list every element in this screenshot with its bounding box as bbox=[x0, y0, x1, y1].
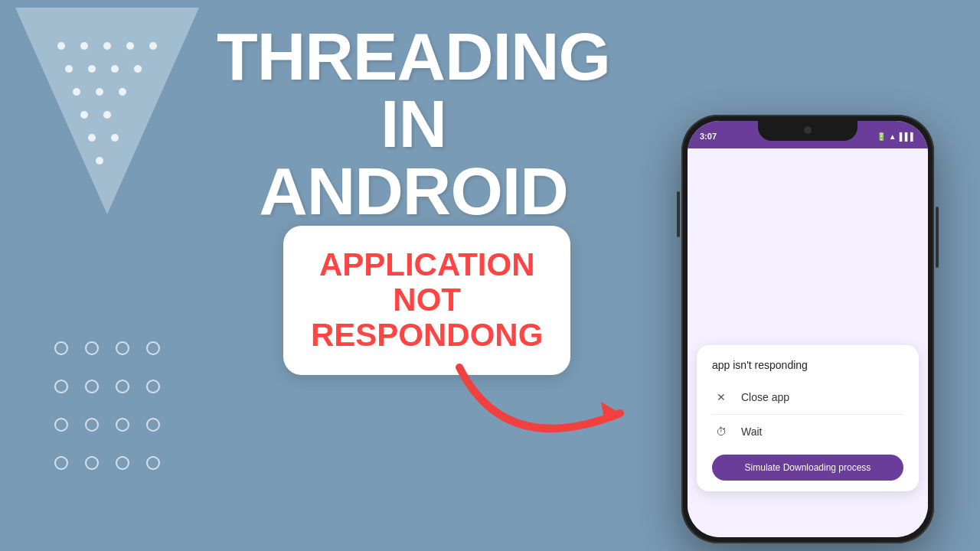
battery-icon: 🔋 bbox=[877, 132, 886, 141]
dot bbox=[116, 341, 129, 355]
simulate-button[interactable]: Simulate Downloading process bbox=[712, 455, 903, 481]
status-icons: 🔋 ▲ ▌▌▌ bbox=[877, 132, 916, 141]
triangle-decoration bbox=[0, 0, 214, 245]
svg-point-8 bbox=[111, 65, 119, 73]
svg-point-14 bbox=[103, 111, 111, 119]
dialog-divider bbox=[712, 414, 903, 415]
phone-volume-button bbox=[677, 191, 680, 237]
dot bbox=[85, 341, 99, 355]
phone-mockup: 3:07 🔋 ▲ ▌▌▌ app isn't responding ✕ Clos… bbox=[681, 115, 934, 543]
close-app-label: Close app bbox=[741, 391, 789, 403]
dot bbox=[54, 341, 68, 355]
signal-icon: ▌▌▌ bbox=[900, 132, 916, 141]
svg-point-6 bbox=[65, 65, 73, 73]
svg-point-3 bbox=[103, 42, 111, 50]
svg-point-4 bbox=[126, 42, 134, 50]
arrow-decoration bbox=[444, 352, 643, 452]
dot-grid-decoration bbox=[46, 329, 168, 482]
dot bbox=[54, 380, 68, 393]
phone-camera bbox=[804, 126, 812, 134]
dot bbox=[146, 380, 160, 393]
svg-point-7 bbox=[88, 65, 96, 73]
anr-dialog: app isn't responding ✕ Close app ⏱ Wait … bbox=[697, 345, 919, 491]
title-line2: ANDROID bbox=[214, 158, 612, 225]
svg-point-11 bbox=[96, 88, 103, 96]
svg-point-5 bbox=[149, 42, 157, 50]
close-app-icon: ✕ bbox=[712, 388, 730, 406]
dot bbox=[116, 380, 129, 393]
dot bbox=[116, 418, 129, 432]
phone-outer: 3:07 🔋 ▲ ▌▌▌ app isn't responding ✕ Clos… bbox=[681, 115, 934, 543]
close-app-option[interactable]: ✕ Close app bbox=[712, 382, 903, 412]
dot bbox=[85, 418, 99, 432]
svg-point-10 bbox=[73, 88, 80, 96]
anr-text: APPLICATIONNOTRESPONDONG bbox=[311, 247, 543, 354]
svg-point-2 bbox=[80, 42, 88, 50]
dot bbox=[116, 456, 129, 470]
title-line1: THREADING IN bbox=[214, 23, 612, 158]
svg-point-13 bbox=[80, 111, 88, 119]
wait-option[interactable]: ⏱ Wait bbox=[712, 416, 903, 447]
dot bbox=[85, 456, 99, 470]
status-time: 3:07 bbox=[700, 132, 717, 141]
dot bbox=[146, 418, 160, 432]
page-title: THREADING IN ANDROID bbox=[214, 23, 612, 225]
wait-label: Wait bbox=[741, 425, 762, 438]
svg-point-9 bbox=[134, 65, 142, 73]
dot bbox=[54, 456, 68, 470]
phone-screen-container: 3:07 🔋 ▲ ▌▌▌ app isn't responding ✕ Clos… bbox=[688, 121, 928, 537]
wait-icon: ⏱ bbox=[712, 422, 730, 441]
dot bbox=[146, 456, 160, 470]
wifi-icon: ▲ bbox=[889, 132, 897, 141]
svg-point-12 bbox=[119, 88, 126, 96]
svg-point-16 bbox=[111, 134, 119, 142]
dot bbox=[85, 380, 99, 393]
dialog-title: app isn't responding bbox=[712, 359, 903, 371]
phone-power-button bbox=[936, 207, 939, 268]
svg-point-1 bbox=[57, 42, 65, 50]
svg-point-15 bbox=[88, 134, 96, 142]
dot bbox=[146, 341, 160, 355]
svg-point-17 bbox=[96, 157, 103, 165]
phone-screen: app isn't responding ✕ Close app ⏱ Wait … bbox=[688, 148, 928, 537]
dot bbox=[54, 418, 68, 432]
phone-notch bbox=[758, 121, 858, 141]
